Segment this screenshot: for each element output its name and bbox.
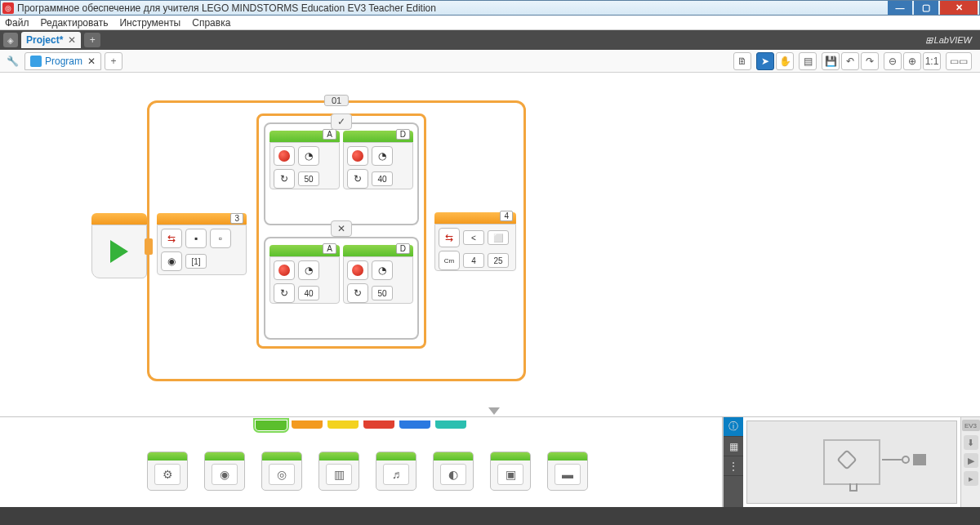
palette-tab-flow[interactable]: [292, 420, 323, 429]
power-dial-icon[interactable]: [372, 260, 393, 280]
program-icon: [30, 56, 42, 67]
motor-mode-icon[interactable]: [347, 169, 368, 189]
loop-end-unit[interactable]: ⬜: [488, 230, 509, 245]
loop-end-cm-icon[interactable]: Cm: [439, 251, 460, 270]
project-tab-close-icon[interactable]: ✕: [68, 34, 76, 46]
loop-compare-op[interactable]: <: [463, 230, 484, 245]
hw-tab-brick-info[interactable]: ⓘ: [724, 417, 743, 437]
palette-block-move-tank[interactable]: ▥: [318, 452, 359, 491]
palette-tab-sensor[interactable]: [327, 420, 359, 429]
pointer-tool-button[interactable]: ➤: [756, 52, 774, 70]
menu-help[interactable]: Справка: [192, 17, 230, 29]
sensor-param-2[interactable]: ▫: [210, 229, 231, 248]
zoom-fit-button[interactable]: 1:1: [923, 52, 941, 70]
loop-end-value-2[interactable]: 25: [488, 253, 509, 268]
motor-port-d[interactable]: D: [396, 129, 410, 140]
redo-button[interactable]: ↷: [861, 52, 879, 70]
motor-icon: [347, 146, 368, 166]
sensor-type-icon[interactable]: [161, 251, 182, 271]
motor-block-a-bot[interactable]: A 40: [270, 245, 340, 331]
switch-container[interactable]: ✓ ✕ A 50 D 40: [256, 113, 426, 349]
hw-tab-port-view[interactable]: ▦: [724, 437, 743, 456]
palette-block-large-motor[interactable]: ◉: [204, 452, 245, 491]
switch-case-true[interactable]: A 50 D 40: [264, 122, 419, 225]
palette-tab-myblocks[interactable]: [435, 420, 466, 429]
palette-collapse-icon[interactable]: [488, 407, 500, 415]
motor-power-value[interactable]: 40: [372, 171, 393, 186]
motor-mode-icon[interactable]: [347, 283, 368, 303]
motor-mode-icon[interactable]: [274, 283, 295, 303]
sensor-index-value[interactable]: [1]: [185, 254, 207, 269]
loop-end-value-1[interactable]: 4: [463, 253, 484, 268]
switch-case-true-icon[interactable]: ✓: [331, 113, 352, 130]
undo-button[interactable]: ↶: [841, 52, 859, 70]
comment-tool-button[interactable]: ▤: [799, 52, 817, 70]
palette-block-sound[interactable]: ◐: [433, 452, 474, 491]
motor-block-d-top[interactable]: D 40: [343, 131, 413, 217]
menu-file[interactable]: Файл: [5, 17, 29, 29]
hardware-page: ⓘ ▦ ⋮ EV3 ⬇ ▶ ▸: [724, 417, 980, 507]
switch-mode-icon[interactable]: [161, 229, 182, 248]
zoom-out-button[interactable]: ⊖: [884, 52, 902, 70]
save-button[interactable]: 💾: [822, 52, 840, 70]
motor-icon: [347, 260, 368, 280]
palette-block-move-steering[interactable]: ◎: [261, 452, 302, 491]
run-selected-button[interactable]: ▸: [964, 471, 978, 486]
menubar: Файл Редактировать Инструменты Справка: [0, 16, 980, 30]
ev3-badge: EV3: [962, 420, 980, 431]
motor-port-a[interactable]: A: [323, 129, 336, 140]
motor-block-d-bot[interactable]: D 50: [343, 245, 413, 331]
lobby-icon[interactable]: ◈: [3, 33, 18, 47]
play-icon: [110, 240, 128, 263]
menu-tools[interactable]: Инструменты: [119, 17, 180, 29]
loop-exit-icon[interactable]: [439, 228, 460, 247]
project-properties-button[interactable]: 🔧: [3, 52, 21, 70]
add-project-button[interactable]: +: [84, 33, 100, 47]
palette-tab-action[interactable]: [256, 420, 287, 430]
download-button[interactable]: ⬇: [964, 435, 978, 450]
loop-end-block[interactable]: 4 < ⬜ Cm 4 25: [434, 212, 516, 278]
sensor-param-1[interactable]: ▪: [185, 229, 207, 248]
power-dial-icon[interactable]: [372, 146, 393, 166]
switch-sensor-block[interactable]: 3 ▪ ▫ [1]: [157, 213, 247, 278]
start-block[interactable]: [91, 213, 147, 278]
pan-tool-button[interactable]: ✋: [776, 52, 794, 70]
program-tab-label: Program: [45, 56, 82, 67]
motor-block-a-top[interactable]: A 50: [270, 131, 340, 217]
menu-edit[interactable]: Редактировать: [41, 17, 109, 29]
window-maximize-button[interactable]: ▢: [914, 1, 938, 15]
program-tab-close-icon[interactable]: ✕: [87, 56, 96, 67]
palette-tab-advanced[interactable]: [399, 420, 430, 429]
switch-case-false[interactable]: A 40 D 50: [264, 237, 419, 340]
palette-blocks: ⚙ ◉ ◎ ▥ ♬ ◐ ▣ ▬: [0, 435, 722, 507]
palette-block-medium-motor[interactable]: ⚙: [147, 452, 188, 491]
window-title: Программное обеспечение для учителя LEGO…: [17, 2, 886, 14]
document-button[interactable]: 🗎: [733, 52, 751, 70]
add-program-button[interactable]: +: [105, 52, 122, 70]
window-close-button[interactable]: ✕: [940, 1, 978, 15]
palette-block-stop[interactable]: ▬: [547, 452, 588, 491]
loop-index-label[interactable]: 01: [324, 95, 349, 106]
motor-power-value[interactable]: 50: [372, 286, 393, 300]
sensor-port-badge[interactable]: 3: [230, 213, 243, 224]
palette-block-display[interactable]: ♬: [376, 452, 416, 491]
programming-canvas[interactable]: 01 3 ▪ ▫ [1] ✓ ✕ A: [0, 73, 980, 417]
motor-port-a[interactable]: A: [323, 243, 336, 254]
motor-power-value[interactable]: 40: [298, 286, 319, 300]
switch-case-false-icon[interactable]: ✕: [331, 220, 352, 237]
run-button[interactable]: ▶: [964, 453, 978, 468]
loop-end-port-badge[interactable]: 4: [500, 211, 513, 221]
motor-port-d[interactable]: D: [396, 243, 410, 254]
palette-block-brick-status-light[interactable]: ▣: [490, 452, 531, 491]
power-dial-icon[interactable]: [298, 146, 319, 166]
program-tab[interactable]: Program ✕: [24, 52, 101, 70]
motor-mode-icon[interactable]: [274, 169, 295, 189]
hw-tab-available-bricks[interactable]: ⋮: [724, 456, 743, 476]
zoom-in-button[interactable]: ⊕: [903, 52, 921, 70]
window-minimize-button[interactable]: —: [888, 1, 912, 15]
motor-power-value[interactable]: 50: [298, 171, 319, 186]
palette-tab-data[interactable]: [363, 420, 394, 429]
power-dial-icon[interactable]: [298, 260, 319, 280]
project-tab[interactable]: Project* ✕: [21, 32, 81, 48]
content-editor-button[interactable]: ▭▭: [946, 52, 972, 70]
